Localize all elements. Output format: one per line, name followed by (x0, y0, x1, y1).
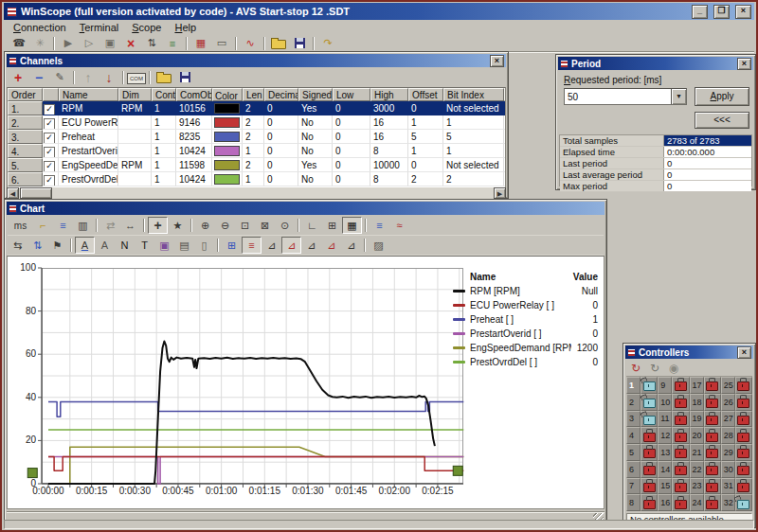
binary-axis-button[interactable]: ▥ (73, 217, 93, 234)
controller-23-lock-icon[interactable] (704, 478, 721, 495)
chart-properties-button[interactable]: ▨ (369, 237, 388, 254)
controller-4[interactable]: 4 (626, 427, 641, 444)
controller-22[interactable]: 22 (690, 461, 704, 478)
controller-7[interactable]: 7 (626, 478, 641, 495)
controller-15-lock-icon[interactable] (672, 478, 689, 495)
copy-image-button[interactable]: ▣ (154, 237, 174, 254)
channels-col-len[interactable]: Len (243, 88, 264, 101)
controller-32[interactable]: 32 (721, 494, 735, 511)
controller-19[interactable]: 19 (690, 411, 704, 428)
chart-plot[interactable] (42, 268, 463, 484)
close-button[interactable]: × (735, 5, 751, 19)
controller-28-lock-icon[interactable] (735, 427, 752, 444)
move-down-button[interactable]: ↓ (99, 69, 119, 86)
controller-21[interactable]: 21 (690, 444, 704, 461)
terminal-window-button[interactable]: ▭ (211, 35, 232, 52)
scroll-thumb[interactable] (20, 187, 52, 199)
channel-row-preheat[interactable]: 3.✓Preheat1823520No01655Binary (8, 130, 505, 144)
channel-color-swatch[interactable] (214, 103, 240, 114)
annotate-a-button[interactable]: A (75, 237, 95, 254)
annotate-cursor-button[interactable]: A (95, 237, 115, 254)
controller-17-lock-icon[interactable] (704, 377, 721, 394)
swap-axes-button[interactable]: ⇄ (100, 217, 120, 234)
controller-1-lock-icon[interactable] (641, 377, 658, 394)
event-marker[interactable] (453, 466, 462, 475)
menu-help[interactable]: Help (169, 22, 202, 33)
chart-type-1-button[interactable]: ⊿ (262, 237, 281, 254)
save-channels-button[interactable] (174, 69, 195, 86)
period-close-icon[interactable]: × (737, 58, 751, 70)
page-preview-button[interactable]: ▯ (194, 237, 214, 254)
channels-col-offset[interactable]: Offset (408, 88, 443, 101)
controller-26-lock-icon[interactable] (735, 394, 752, 411)
channels-close-icon[interactable]: × (490, 55, 504, 67)
controller-16-lock-icon[interactable] (672, 494, 689, 511)
channels-col-dim[interactable]: Dim (118, 88, 152, 101)
channels-col-name[interactable]: Name (59, 88, 118, 101)
channels-col-color[interactable]: Color (212, 88, 243, 101)
disconnect-button[interactable]: ✳ (29, 35, 50, 52)
controller-17[interactable]: 17 (690, 377, 704, 394)
chart-title-bar[interactable]: Chart (7, 202, 605, 215)
controller-13[interactable]: 13 (658, 444, 672, 461)
controller-12-lock-icon[interactable] (672, 427, 689, 444)
auto-refresh-button[interactable]: ◉ (664, 360, 683, 376)
controller-26[interactable]: 26 (721, 394, 735, 411)
legend-toggle-button[interactable]: ≡ (242, 237, 262, 254)
period-stat-row[interactable]: Max period0 (560, 181, 751, 192)
channels-col-legend[interactable]: Legend (504, 88, 506, 101)
zoom-window-button[interactable]: ⊡ (235, 217, 255, 234)
channel-checkbox[interactable]: ✓ (44, 147, 55, 158)
channel-checkbox[interactable]: ✓ (44, 161, 55, 172)
controller-14[interactable]: 14 (658, 461, 672, 478)
controller-4-lock-icon[interactable] (641, 427, 658, 444)
controller-21-lock-icon[interactable] (704, 444, 721, 461)
channels-col-decimals[interactable]: Decimals (264, 88, 298, 101)
clear-button[interactable]: × (120, 35, 141, 52)
controller-31[interactable]: 31 (721, 478, 735, 495)
period-stat-row[interactable]: Last period0 (560, 158, 751, 169)
controller-31-lock-icon[interactable] (735, 478, 752, 495)
channels-col-low[interactable]: Low (333, 88, 370, 101)
save-file-button[interactable] (289, 35, 310, 52)
controller-9-lock-icon[interactable] (672, 377, 689, 394)
com-objects-button[interactable]: COM (127, 73, 146, 84)
channel-row-rpm[interactable]: 1.✓RPMRPM11015620Yes030000Not selectedVa… (8, 101, 505, 115)
controller-23[interactable]: 23 (690, 478, 704, 495)
controller-9[interactable]: 9 (658, 377, 672, 394)
controller-20-lock-icon[interactable] (704, 427, 721, 444)
print-button[interactable]: ▤ (174, 237, 194, 254)
modify-channel-button[interactable]: ✎ (49, 69, 70, 86)
normal-font-button[interactable]: N (115, 237, 135, 254)
controller-6[interactable]: 6 (626, 461, 641, 478)
channel-list-button[interactable]: ≡ (162, 35, 183, 52)
event-marker[interactable] (27, 469, 37, 478)
controller-24[interactable]: 24 (690, 494, 704, 511)
controller-28[interactable]: 28 (721, 427, 735, 444)
channel-checkbox[interactable]: ✓ (44, 118, 55, 130)
combo-dropdown-icon[interactable]: ▼ (671, 89, 686, 104)
controller-25-lock-icon[interactable] (735, 377, 752, 394)
channels-hscrollbar[interactable]: ◀ ▶ (7, 187, 506, 199)
channels-col-comobj[interactable]: ComObj (176, 88, 212, 101)
period-title-bar[interactable]: Period × (558, 57, 753, 70)
compress-axes-button[interactable]: ↔ (120, 217, 140, 234)
controller-2[interactable]: 2 (626, 394, 641, 411)
controller-29-lock-icon[interactable] (735, 444, 752, 461)
grid-toggle-button[interactable]: ⊞ (322, 217, 342, 234)
period-stat-row[interactable]: Last average period0 (560, 169, 751, 181)
controller-20[interactable]: 20 (690, 427, 704, 444)
controller-18[interactable]: 18 (690, 394, 704, 411)
controller-3-lock-icon[interactable] (641, 411, 658, 428)
period-combo[interactable]: 50 ▼ (564, 88, 687, 105)
fit-x-button[interactable]: ⇆ (8, 237, 27, 254)
zoom-x-button[interactable]: ⊠ (255, 217, 275, 234)
zoom-out-button[interactable]: ⊖ (215, 217, 235, 234)
controllers-close-icon[interactable]: × (737, 346, 751, 359)
title-bar[interactable]: WinScope (full version activated by code… (4, 3, 754, 20)
controller-30[interactable]: 30 (721, 461, 735, 478)
flag-button[interactable]: ⚑ (47, 237, 67, 254)
controller-12[interactable]: 12 (658, 427, 672, 444)
controller-6-lock-icon[interactable] (641, 461, 658, 478)
scroll-left-icon[interactable]: ◀ (7, 187, 19, 199)
